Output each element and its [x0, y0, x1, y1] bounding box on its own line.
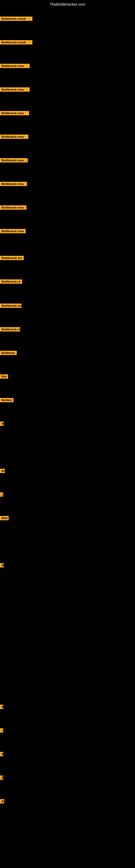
- bottleneck-badge-24[interactable]: |: [0, 728, 3, 733]
- bottleneck-badge-18[interactable]: B: [0, 422, 4, 426]
- bottleneck-badge-3[interactable]: Bottleneck resu: [0, 64, 30, 68]
- bottleneck-badge-15[interactable]: Bottlenec: [0, 351, 17, 355]
- bottleneck-badge-23[interactable]: B: [0, 705, 3, 709]
- bottleneck-badge-5[interactable]: Bottleneck resu: [0, 111, 29, 115]
- bottleneck-badge-11[interactable]: Bottleneck res: [0, 256, 24, 260]
- bottleneck-badge-27[interactable]: Bo: [0, 799, 4, 803]
- bottleneck-badge-4[interactable]: Bottleneck resu: [0, 87, 30, 92]
- bottleneck-badge-16[interactable]: Bot: [0, 374, 8, 379]
- bottleneck-badge-14[interactable]: Bottleneck re: [0, 327, 20, 332]
- bottleneck-badge-25[interactable]: B: [0, 752, 3, 756]
- bottleneck-badge-19[interactable]: Bo: [0, 469, 5, 473]
- bottleneck-badge-12[interactable]: Bottleneck re: [0, 279, 22, 284]
- site-title: TheBottlenecker.com: [0, 0, 135, 9]
- bottleneck-badge-13[interactable]: Bottleneck res: [0, 304, 21, 308]
- bottleneck-badge-9[interactable]: Bottleneck resu: [0, 205, 27, 210]
- bottleneck-badge-21[interactable]: Bott: [0, 516, 9, 520]
- bottleneck-badge-17[interactable]: Bottlen: [0, 398, 13, 402]
- bottleneck-badge-20[interactable]: |: [0, 492, 3, 497]
- bottleneck-badge-10[interactable]: Bottleneck resu: [0, 229, 26, 233]
- bottleneck-badge-22[interactable]: B: [0, 563, 4, 567]
- site-title-text: TheBottlenecker.com: [50, 2, 85, 6]
- bottleneck-badge-8[interactable]: Bottleneck resu: [0, 182, 27, 186]
- bottleneck-badge-26[interactable]: B: [0, 775, 3, 780]
- bottleneck-badge-7[interactable]: Bottleneck resu: [0, 158, 28, 162]
- bottleneck-badge-1[interactable]: Bottleneck result: [0, 17, 32, 21]
- bottleneck-badge-2[interactable]: Bottleneck result: [0, 40, 32, 44]
- bottleneck-badge-6[interactable]: Bottleneck resu: [0, 134, 28, 139]
